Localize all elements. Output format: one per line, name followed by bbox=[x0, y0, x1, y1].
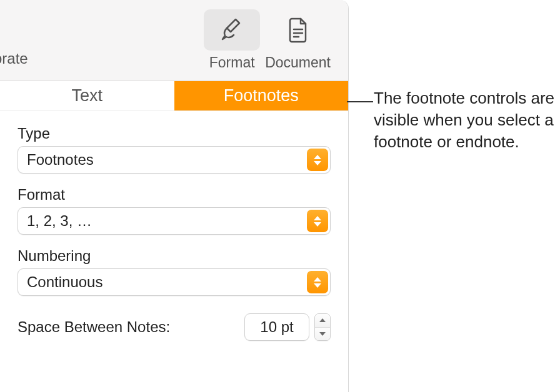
space-controls: 10 pt bbox=[244, 313, 331, 341]
document-toolbar-button[interactable]: Document bbox=[265, 9, 331, 71]
popup-arrows-icon bbox=[307, 271, 328, 293]
type-popup[interactable]: Footnotes bbox=[18, 146, 331, 174]
paintbrush-icon bbox=[219, 17, 245, 43]
document-icon bbox=[286, 17, 310, 43]
space-stepper[interactable] bbox=[314, 313, 331, 341]
callout-leader-line bbox=[347, 101, 373, 102]
space-value: 10 pt bbox=[260, 318, 293, 336]
inspector-tabs: Text Footnotes bbox=[0, 81, 348, 111]
footnotes-controls: Type Footnotes Format 1, 2, 3, … Numberi… bbox=[0, 111, 348, 355]
format-icon-wrap bbox=[204, 9, 260, 51]
chevron-up-icon bbox=[319, 318, 326, 322]
chevron-down-icon bbox=[319, 332, 326, 336]
numbering-value: Continuous bbox=[27, 273, 102, 291]
tab-footnotes[interactable]: Footnotes bbox=[174, 81, 349, 110]
numbering-popup[interactable]: Continuous bbox=[18, 268, 331, 296]
type-label: Type bbox=[18, 125, 331, 142]
callout-text: The footnote controls are visible when y… bbox=[374, 87, 555, 153]
popup-arrows-icon bbox=[307, 149, 328, 171]
format-toolbar-button[interactable]: Format bbox=[204, 9, 260, 71]
popup-arrows-icon bbox=[307, 210, 328, 232]
inspector-toolbar: orate Format bbox=[0, 0, 348, 81]
space-between-row: Space Between Notes: 10 pt bbox=[18, 313, 331, 341]
toolbar-group: Format bbox=[204, 9, 331, 71]
tab-text[interactable]: Text bbox=[0, 81, 174, 110]
inspector-panel: orate Format bbox=[0, 0, 349, 392]
format-label-text: Format bbox=[18, 186, 331, 203]
document-icon-wrap bbox=[270, 9, 326, 51]
numbering-field: Numbering Continuous bbox=[18, 247, 331, 296]
format-field: Format 1, 2, 3, … bbox=[18, 186, 331, 235]
truncated-toolbar-label: orate bbox=[0, 50, 28, 67]
document-label: Document bbox=[265, 54, 331, 71]
format-popup[interactable]: 1, 2, 3, … bbox=[18, 207, 331, 235]
type-value: Footnotes bbox=[27, 151, 94, 169]
space-label: Space Between Notes: bbox=[18, 318, 170, 336]
type-field: Type Footnotes bbox=[18, 125, 331, 174]
stepper-up[interactable] bbox=[315, 314, 330, 328]
numbering-label: Numbering bbox=[18, 247, 331, 265]
format-value: 1, 2, 3, … bbox=[27, 212, 92, 230]
stepper-down[interactable] bbox=[315, 328, 330, 341]
format-label: Format bbox=[209, 54, 255, 71]
space-value-field[interactable]: 10 pt bbox=[244, 313, 309, 341]
